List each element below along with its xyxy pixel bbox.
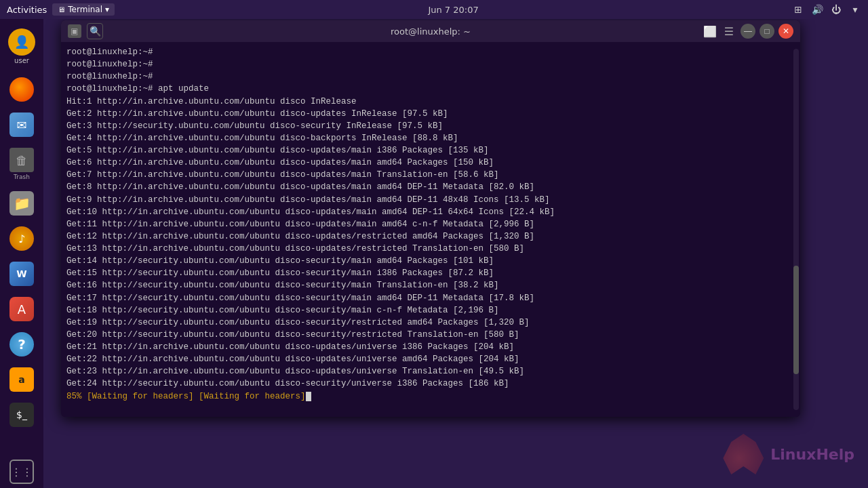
terminal-titlebar: ▣ 🔍 root@linuxhelp: ~ ⬜ ☰ — □ ✕ <box>61 20 800 42</box>
trash-icon: 🗑 <box>9 148 34 172</box>
watermark-text: LinuxHelp <box>770 446 854 463</box>
terminal-taskbar-icon: 🖥 <box>58 5 65 14</box>
terminal-window-title: root@linuxhelp: ~ <box>391 26 471 37</box>
dock-item-trash[interactable]: 🗑 Trash <box>5 144 38 184</box>
titlebar-left: ▣ 🔍 <box>68 23 103 39</box>
terminal-dock-icon: $_ <box>9 403 34 427</box>
user-avatar: 👤 <box>8 28 35 56</box>
dock-item-apps-grid[interactable]: ⋮⋮ <box>5 455 38 488</box>
watermark-linux: Linux <box>770 446 816 463</box>
terminal-taskbar-label: Terminal <box>68 5 102 14</box>
terminal-window: ▣ 🔍 root@linuxhelp: ~ ⬜ ☰ — □ ✕ root@lin… <box>61 20 800 417</box>
scrollbar[interactable] <box>793 49 799 410</box>
sound-icon[interactable]: 🔊 <box>811 3 823 16</box>
dock-user-item[interactable]: 👤 user <box>5 24 38 68</box>
top-bar: Activities 🖥 Terminal ▾ Jun 7 20:07 ⊞ 🔊 … <box>0 0 868 19</box>
dock-item-amazon[interactable]: a <box>5 363 38 396</box>
menu-button[interactable]: ☰ <box>722 24 736 39</box>
activities-button[interactable]: Activities <box>7 5 47 15</box>
user-label: user <box>14 57 29 64</box>
top-bar-left: Activities 🖥 Terminal ▾ <box>7 3 115 16</box>
writer-icon: W <box>9 262 34 286</box>
dock-item-writer[interactable]: W <box>5 258 38 290</box>
appstore-icon: A <box>9 297 34 321</box>
help-icon: ? <box>9 332 34 357</box>
power-icon[interactable]: ⏻ <box>830 3 842 16</box>
dock-item-rhythmbox[interactable]: ♪ <box>5 222 38 255</box>
firefox-icon <box>9 77 34 102</box>
terminal-output: root@linuxhelp:~# root@linuxhelp:~# root… <box>66 46 795 403</box>
terminal-title-icon: ▣ <box>68 24 81 38</box>
dock-item-firefox[interactable] <box>5 73 38 106</box>
mail-icon: ✉ <box>9 113 34 137</box>
apps-grid-icon: ⋮⋮ <box>9 460 34 484</box>
files-icon: 📁 <box>9 191 34 216</box>
titlebar-search-button[interactable]: 🔍 <box>87 23 103 39</box>
amazon-icon: a <box>9 367 34 392</box>
watermark-help: Help <box>816 446 854 463</box>
dock-item-terminal[interactable]: $_ <box>5 399 38 431</box>
close-button[interactable]: ✕ <box>778 24 793 39</box>
watermark: LinuxHelp <box>723 434 854 474</box>
datetime-label: Jun 7 20:07 <box>428 5 478 15</box>
terminal-taskbar-button[interactable]: 🖥 Terminal ▾ <box>52 3 115 16</box>
trash-label: Trash <box>14 174 30 180</box>
network-icon[interactable]: ⊞ <box>792 3 804 16</box>
dock-item-help[interactable]: ? <box>5 328 38 361</box>
scrollbar-thumb[interactable] <box>793 266 799 374</box>
screen-button[interactable]: ⬜ <box>703 24 717 39</box>
titlebar-right: ⬜ ☰ — □ ✕ <box>703 24 793 39</box>
left-dock: 👤 user ✉ 🗑 Trash 📁 ♪ W A ? a $_ <box>0 19 43 488</box>
system-menu-arrow[interactable]: ▾ <box>849 3 861 16</box>
top-bar-datetime: Jun 7 20:07 <box>428 5 478 15</box>
linuxhelp-logo <box>723 434 764 474</box>
dock-item-appstore[interactable]: A <box>5 293 38 325</box>
dock-item-mail[interactable]: ✉ <box>5 108 38 141</box>
dock-item-files[interactable]: 📁 <box>5 187 38 220</box>
terminal-content[interactable]: root@linuxhelp:~# root@linuxhelp:~# root… <box>61 42 800 417</box>
maximize-button[interactable]: □ <box>760 24 774 39</box>
rhythmbox-icon: ♪ <box>9 226 34 251</box>
terminal-taskbar-arrow: ▾ <box>105 5 109 14</box>
minimize-button[interactable]: — <box>741 24 755 39</box>
top-bar-right: ⊞ 🔊 ⏻ ▾ <box>792 3 861 16</box>
